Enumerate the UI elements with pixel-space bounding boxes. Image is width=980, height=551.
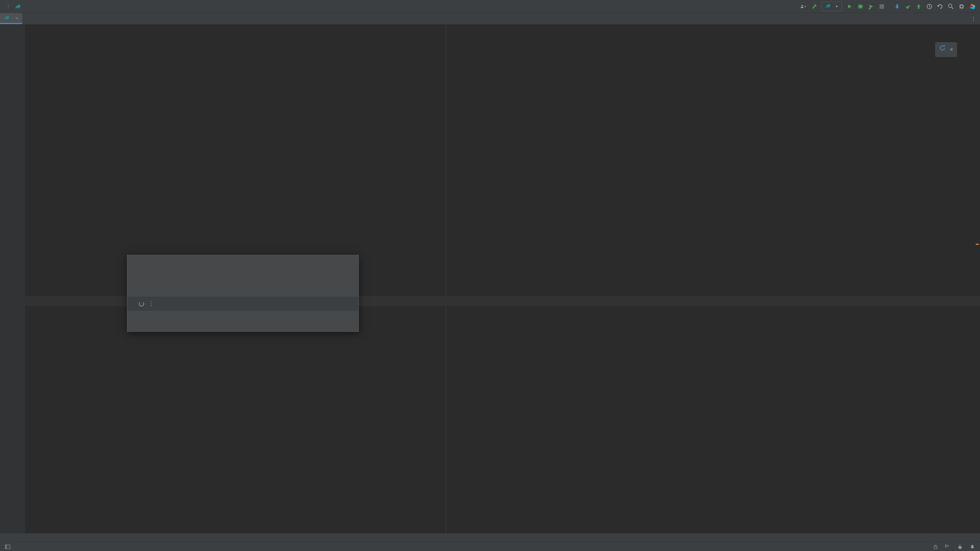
git-commit-icon[interactable] <box>905 3 911 10</box>
code-vision-panel[interactable]: × <box>935 42 957 57</box>
git-push-icon[interactable] <box>916 3 922 10</box>
svg-point-8 <box>945 544 947 545</box>
breadcrumb: 〉 <box>5 3 23 10</box>
git-branch[interactable] <box>945 544 951 549</box>
hammer-icon[interactable] <box>811 3 817 10</box>
lock-icon[interactable] <box>957 544 963 550</box>
stop-icon[interactable] <box>879 3 885 10</box>
code-area[interactable]: × ⋮ <box>25 25 980 533</box>
git-pull-icon[interactable] <box>894 3 900 10</box>
search-icon[interactable] <box>948 3 954 10</box>
run-config-selector[interactable]: ▼ <box>822 2 842 11</box>
spinner-icon <box>139 301 144 307</box>
svg-rect-1 <box>880 4 884 9</box>
error-stripe[interactable] <box>975 25 979 533</box>
chevron-right-icon: 〉 <box>7 3 12 10</box>
completion-hint: ⋮ <box>127 297 358 311</box>
svg-rect-5 <box>5 545 7 549</box>
completion-popup[interactable]: ⋮ <box>127 255 359 332</box>
editor-tabs: × ⋮ <box>0 13 980 25</box>
gear-icon[interactable] <box>959 3 965 10</box>
rollback-icon[interactable] <box>937 3 943 10</box>
tab-build-gradle[interactable]: × <box>0 13 22 24</box>
debug-icon[interactable] <box>857 3 863 10</box>
readonly-icon[interactable] <box>932 544 939 550</box>
svg-rect-6 <box>934 546 937 549</box>
chevron-down-icon: ▼ <box>835 5 839 8</box>
notifications-icon[interactable] <box>969 544 975 550</box>
gradle-icon <box>825 3 830 10</box>
coverage-icon[interactable] <box>868 3 874 10</box>
svg-rect-10 <box>959 546 962 549</box>
svg-point-3 <box>949 4 952 7</box>
close-icon[interactable]: × <box>15 15 18 21</box>
breadcrumb-footer[interactable] <box>0 533 980 542</box>
run-icon[interactable] <box>847 3 853 10</box>
user-icon[interactable]: ▾ <box>800 3 806 10</box>
status-bar <box>0 542 980 551</box>
right-margin <box>446 25 446 533</box>
more-icon[interactable]: ⋮ <box>148 298 154 309</box>
close-icon[interactable]: × <box>950 44 953 55</box>
tool-window-icon[interactable] <box>5 544 11 550</box>
navigation-bar: 〉 ▾ ▼ <box>0 0 980 13</box>
line-gutter <box>0 25 21 533</box>
fold-gutter <box>21 25 25 533</box>
jetbrains-icon[interactable] <box>969 3 975 10</box>
gradle-icon <box>4 15 9 21</box>
gradle-icon <box>15 3 21 10</box>
history-icon[interactable] <box>926 3 932 10</box>
more-icon[interactable]: ⋮ <box>971 16 976 22</box>
editor[interactable]: × ⋮ <box>0 25 980 533</box>
reload-icon[interactable] <box>939 44 946 55</box>
